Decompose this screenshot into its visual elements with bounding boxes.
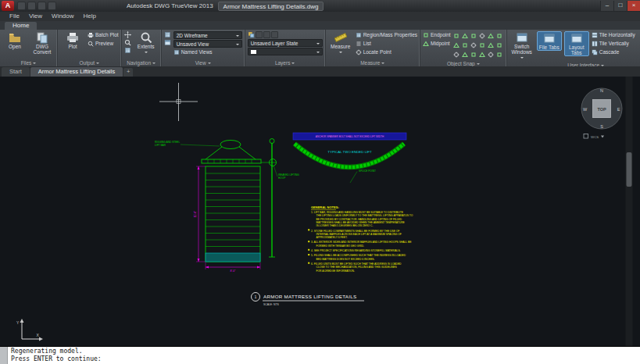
menu-window[interactable]: Window [47,12,78,21]
switch-windows-button[interactable]: Switch Windows [509,31,535,60]
views-icon[interactable] [164,39,171,46]
file-tabs-toggle-button[interactable]: File Tabs [537,31,562,51]
snap-parallel-button[interactable] [462,41,470,49]
visual-style-combo[interactable]: 2D Wireframe [173,31,242,39]
panel-label-output[interactable]: Output [58,59,121,66]
snap-insert-button[interactable] [479,41,487,49]
wcs-menu[interactable]: WCS [584,134,604,140]
endpoint-snap-button[interactable]: Endpoint [423,31,451,39]
endpoint-snap-icon [423,32,429,38]
qat-plot-icon[interactable] [27,2,36,10]
menu-file[interactable]: File [5,12,24,21]
locate-point-button[interactable]: Locate Point [356,48,417,56]
minimize-button[interactable]: – [600,1,613,11]
application-window: A Autodesk DWG TrueView 2013 Armor Mattr… [0,0,640,364]
zoom-icon[interactable] [124,39,131,46]
file-tab-start[interactable]: Start [2,67,30,77]
open-folder-icon [9,31,21,44]
panel-view: 2D Wireframe Unsaved View Named Views Vi… [162,30,245,66]
tile-vertically-button[interactable]: Tile Vertically [592,40,635,48]
menu-help[interactable]: Help [79,12,101,21]
panel-label-layers[interactable]: Layers [245,59,325,66]
snap-temporary-button[interactable] [470,50,478,59]
document-title-chip: Armor Mattress Lifting Details.dwg [218,2,324,11]
preview-icon [88,41,94,47]
snap-apparent-button[interactable] [462,31,470,40]
menu-view[interactable]: View [24,12,47,21]
wcs-dropdown-arrow-icon [601,136,604,138]
snap-from-button[interactable] [462,50,470,59]
maximize-button[interactable]: □ [613,1,627,11]
snap-none-button[interactable] [496,41,504,49]
drawing-canvas[interactable]: 15'-0" 8'-0" RIGGING AND STEEL LIFT BAR … [0,77,640,346]
current-layer-combo[interactable] [248,48,323,55]
snap-osnap-toggle-button[interactable] [496,50,504,59]
model-space-view[interactable]: 15'-0" 8'-0" RIGGING AND STEEL LIFT BAR … [0,77,640,346]
open-button[interactable]: Open [2,31,27,49]
view-state-combo[interactable]: Unsaved View [173,40,242,48]
panel-label-navigation[interactable]: Navigation [122,59,161,66]
panel-navigation: Extents Navigation [122,30,162,66]
snap-mid2-button[interactable] [479,50,487,59]
snap-perpendicular-button[interactable] [453,41,461,49]
midpoint-snap-button[interactable]: Midpoint [423,40,451,48]
named-views-button[interactable]: Named Views [173,48,242,56]
layer-properties-icon[interactable] [248,31,255,38]
two-ended-lift-drawing: ANCHOR SPANNER BOLT SHALL NOT EXCEED LIF… [293,133,406,183]
canvas-vertical-scrollbar[interactable] [626,77,633,346]
viewcube-top-label: TOP [597,107,606,112]
snap-node-button[interactable] [470,41,478,49]
file-tab-active-document[interactable]: Armor Mattress Lifting Details [30,67,123,77]
orbit-icon[interactable] [124,47,131,54]
ribbon-tab-home[interactable]: Home [5,22,37,30]
batch-plot-button[interactable]: Batch Plot [88,31,119,39]
layer-lock-icon[interactable] [271,31,278,38]
list-button[interactable]: List [356,40,417,48]
layer-freeze-icon[interactable] [263,31,270,38]
snap-nearest-button[interactable] [488,41,495,49]
tile-horizontally-button[interactable]: Tile Horizontally [592,31,635,39]
panel-label-object-snap[interactable]: Object Snap [420,60,506,66]
plot-button[interactable]: Plot [60,31,85,49]
panel-measure: Measure Region/Mass Properties List Loca… [326,30,420,66]
command-prompt-line[interactable]: Press ENTER to continue: [11,355,640,363]
panel-label-view[interactable]: View [162,59,245,66]
endpoint-label: Endpoint [431,31,451,39]
snap-tangent-button[interactable] [496,31,504,40]
panel-files: Open DWG Convert Files [0,30,58,66]
snap-intersection-button[interactable] [453,31,461,40]
mattress-elevation-drawing [202,141,277,262]
layer-state-combo[interactable]: Unsaved Layer State [248,39,323,47]
close-button[interactable]: × [627,1,640,11]
snap-settings-button[interactable] [453,50,461,59]
pan-icon[interactable] [124,31,131,38]
qat-undo-icon[interactable] [38,2,46,10]
panel-label-files[interactable]: Files [0,59,57,66]
viewcube[interactable]: TOP N E S W [581,88,622,129]
visual-style-icon[interactable] [164,31,171,38]
measure-button[interactable]: Measure [328,31,353,55]
command-line-history[interactable]: Regenerating model. Press ENTER to conti… [8,347,640,364]
snap-extension-button[interactable] [470,31,478,40]
panel-label-measure[interactable]: Measure [326,59,420,66]
qat-open-icon[interactable] [17,2,26,10]
cascade-button[interactable]: Cascade [592,48,635,56]
scrollbar-thumb[interactable] [627,152,632,187]
object-snap-grid [453,31,504,59]
application-menu-button[interactable]: A [2,1,14,11]
preview-button[interactable]: Preview [88,40,119,48]
zoom-extents-button[interactable]: Extents [134,31,159,55]
locate-point-label: Locate Point [363,48,392,56]
snap-quadrant-button[interactable] [488,31,495,40]
layout-tabs-toggle-button[interactable]: Layout Tabs [564,31,589,56]
dwg-convert-button[interactable]: DWG Convert [30,31,55,55]
measure-ruler-icon [334,31,347,44]
snap-center-button[interactable] [479,31,487,40]
qat-redo-icon[interactable] [48,2,56,10]
new-tab-button[interactable]: + [123,68,133,77]
snap-point-filter-button[interactable] [488,50,495,59]
region-mass-properties-button[interactable]: Region/Mass Properties [356,31,417,39]
elevation-labels: RIGGING AND STEEL LIFT BAR WEAVED LIFTIN… [155,141,299,180]
layer-on-off-icon[interactable] [256,31,263,38]
layer-color-swatch [251,50,256,54]
